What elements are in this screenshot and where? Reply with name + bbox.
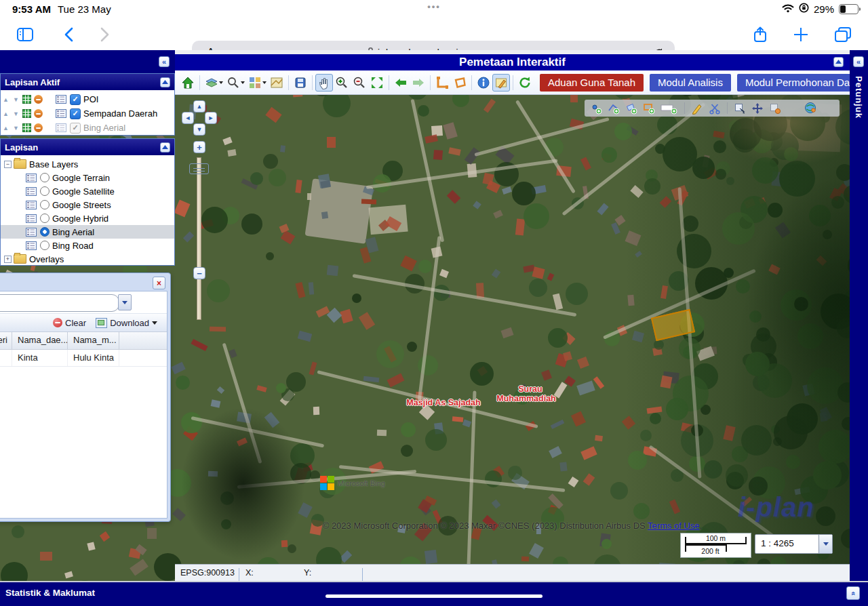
radio-icon[interactable] bbox=[40, 200, 50, 209]
table-icon[interactable] bbox=[22, 109, 31, 118]
remove-icon[interactable] bbox=[34, 109, 43, 118]
legend-icon[interactable] bbox=[26, 201, 37, 209]
share-icon[interactable] bbox=[749, 23, 772, 46]
full-extent-icon[interactable] bbox=[368, 74, 386, 92]
close-icon[interactable]: × bbox=[153, 277, 165, 289]
search-input[interactable] bbox=[0, 294, 119, 312]
sort-down-icon[interactable]: ▼ bbox=[11, 125, 21, 132]
remove-icon[interactable] bbox=[34, 123, 43, 132]
checkbox-icon[interactable] bbox=[70, 108, 81, 119]
add-point-icon[interactable] bbox=[587, 101, 605, 115]
globe-icon[interactable] bbox=[802, 101, 819, 115]
clear-button[interactable]: Clear bbox=[53, 318, 86, 328]
basemap-menu-icon[interactable] bbox=[246, 74, 268, 92]
legend-icon[interactable] bbox=[26, 187, 37, 196]
zoom-slider-handle[interactable] bbox=[189, 163, 209, 174]
add-label-icon[interactable] bbox=[658, 101, 681, 115]
select-icon[interactable] bbox=[731, 101, 749, 115]
tabs-icon[interactable] bbox=[831, 23, 854, 46]
info-icon[interactable] bbox=[475, 74, 492, 92]
sort-up-icon[interactable]: ▲ bbox=[1, 96, 11, 103]
table-icon[interactable] bbox=[22, 123, 31, 132]
table-row[interactable]: Kinta Hulu Kinta bbox=[0, 350, 167, 367]
aduan-guna-tanah-button[interactable]: Aduan Guna Tanah bbox=[540, 74, 644, 92]
legend-icon[interactable] bbox=[26, 174, 37, 182]
tree-layer-row[interactable]: Bing Road bbox=[1, 239, 174, 252]
column-header[interactable]: eri bbox=[0, 332, 12, 349]
tree-layer-row[interactable]: Google Streets bbox=[1, 198, 174, 211]
expand-panel-button[interactable]: « bbox=[846, 586, 860, 600]
expand-node-icon[interactable] bbox=[4, 256, 12, 263]
checkbox-icon[interactable] bbox=[70, 94, 81, 105]
tree-layer-row[interactable]: Google Terrain bbox=[1, 171, 174, 184]
sort-up-icon[interactable]: ▲ bbox=[1, 125, 11, 132]
modul-permohonan-data-button[interactable]: Modul Permohonan Data bbox=[737, 74, 867, 92]
radio-selected-icon[interactable] bbox=[40, 227, 50, 237]
radio-icon[interactable] bbox=[40, 186, 50, 196]
refresh-icon[interactable] bbox=[516, 74, 534, 92]
pan-south-button[interactable]: ▼ bbox=[193, 123, 205, 136]
double-chevron-left-icon[interactable]: « bbox=[159, 56, 170, 67]
tree-folder-row[interactable]: Base Layers bbox=[1, 157, 174, 171]
collapse-node-icon[interactable] bbox=[4, 161, 12, 168]
forward-icon[interactable] bbox=[94, 23, 117, 46]
home-indicator[interactable] bbox=[326, 594, 542, 598]
previous-extent-icon[interactable] bbox=[392, 74, 410, 92]
zoom-menu-icon[interactable] bbox=[224, 74, 246, 92]
zoom-in-button[interactable]: + bbox=[193, 141, 205, 153]
sort-down-icon[interactable]: ▼ bbox=[11, 96, 21, 103]
tree-layer-row[interactable]: Google Satellite bbox=[1, 184, 174, 198]
collapse-panel-button[interactable] bbox=[160, 77, 170, 87]
move-icon[interactable] bbox=[749, 101, 766, 115]
download-button[interactable]: Download bbox=[96, 318, 157, 328]
home-icon[interactable] bbox=[179, 74, 197, 92]
pan-north-button[interactable]: ▲ bbox=[193, 100, 205, 113]
add-line-icon[interactable] bbox=[605, 101, 623, 115]
radio-icon[interactable] bbox=[40, 173, 50, 182]
identify-icon[interactable] bbox=[492, 74, 510, 92]
remove-icon[interactable] bbox=[34, 95, 43, 104]
table-icon[interactable] bbox=[22, 95, 31, 104]
measure-length-icon[interactable] bbox=[433, 74, 451, 92]
edit-pencil-icon[interactable] bbox=[688, 101, 706, 115]
legend-icon[interactable] bbox=[56, 109, 66, 118]
add-polygon-icon[interactable] bbox=[623, 101, 640, 115]
legend-icon[interactable] bbox=[26, 214, 37, 223]
radio-icon[interactable] bbox=[40, 241, 50, 250]
pan-hand-icon[interactable] bbox=[315, 74, 333, 92]
modul-analisis-button[interactable]: Modul Analisis bbox=[650, 74, 731, 92]
layers-menu-icon[interactable] bbox=[203, 74, 224, 92]
zoom-in-icon[interactable] bbox=[333, 74, 351, 92]
scale-ratio-select[interactable]: 1 : 4265 bbox=[755, 534, 833, 554]
cut-icon[interactable] bbox=[706, 101, 724, 115]
tree-folder-row[interactable]: Overlays bbox=[1, 252, 174, 266]
column-header[interactable]: Nama_dae... bbox=[12, 332, 68, 349]
chevron-down-icon[interactable] bbox=[118, 294, 132, 310]
zoom-out-button[interactable]: − bbox=[193, 267, 205, 279]
zoom-out-icon[interactable] bbox=[351, 74, 368, 92]
tree-layer-row-selected[interactable]: Bing Aerial bbox=[1, 225, 174, 239]
save-icon[interactable] bbox=[292, 74, 309, 92]
zoom-slider-track[interactable] bbox=[197, 157, 201, 320]
collapse-panel-button[interactable] bbox=[160, 142, 170, 153]
column-header[interactable]: Nama_m... bbox=[68, 332, 119, 349]
pan-west-button[interactable]: ◄ bbox=[182, 112, 194, 124]
overview-map-icon[interactable] bbox=[268, 74, 285, 92]
tree-layer-row[interactable]: Google Hybrid bbox=[1, 211, 174, 225]
sort-down-icon[interactable]: ▼ bbox=[11, 110, 21, 117]
tab-petunjuk[interactable]: Petunjuk bbox=[854, 76, 864, 119]
clear-selection-icon[interactable] bbox=[766, 101, 784, 115]
legend-icon[interactable] bbox=[26, 228, 37, 237]
pan-east-button[interactable]: ► bbox=[205, 112, 217, 124]
add-rectangle-icon[interactable] bbox=[640, 101, 658, 115]
radio-icon[interactable] bbox=[40, 214, 50, 223]
sidebar-icon[interactable] bbox=[14, 23, 37, 46]
sort-up-icon[interactable]: ▲ bbox=[1, 110, 11, 117]
collapse-title-button[interactable] bbox=[833, 57, 844, 67]
back-icon[interactable] bbox=[57, 23, 80, 46]
next-extent-icon[interactable] bbox=[410, 74, 427, 92]
chevron-down-icon[interactable] bbox=[818, 535, 832, 553]
terms-of-use-link[interactable]: Terms of Use bbox=[648, 521, 700, 531]
double-chevron-left-icon[interactable]: « bbox=[853, 56, 864, 67]
legend-icon[interactable] bbox=[56, 95, 66, 104]
